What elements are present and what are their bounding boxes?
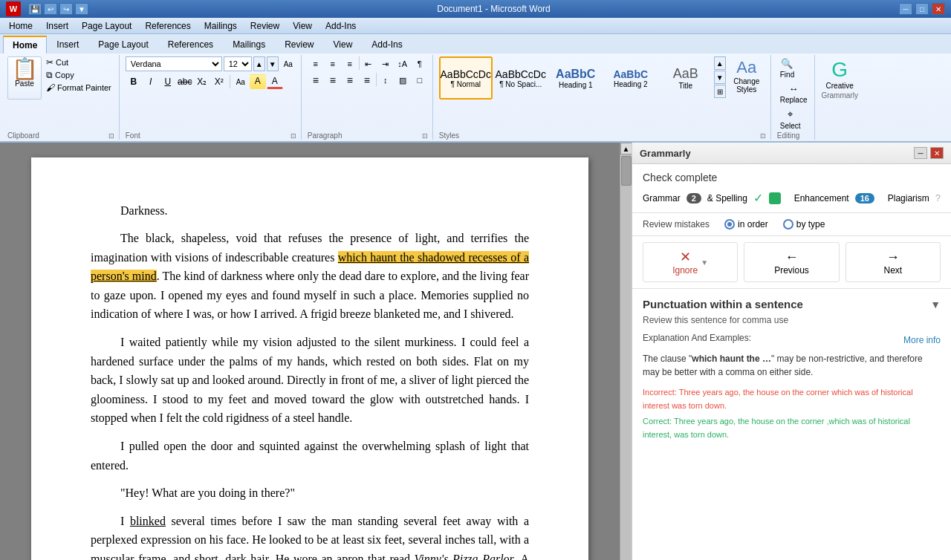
save-quickaccess[interactable]: 💾 xyxy=(28,3,42,15)
scroll-up-arrow[interactable]: ▲ xyxy=(620,143,632,154)
undo-quickaccess[interactable]: ↩ xyxy=(44,3,57,15)
by-type-option[interactable]: by type xyxy=(783,219,825,229)
bold-button[interactable]: B xyxy=(126,74,142,89)
styles-group-label: Styles xyxy=(439,131,760,140)
tab-view[interactable]: View xyxy=(324,36,363,53)
more-info-link[interactable]: More info xyxy=(903,335,941,345)
align-left-button[interactable]: ≡ xyxy=(308,73,324,88)
font-family-select[interactable]: Verdana xyxy=(126,56,222,71)
replace-button[interactable]: ↔ Replace xyxy=(777,82,811,105)
styles-group: AaBbCcDc ¶ Normal AaBbCcDc ¶ No Spaci...… xyxy=(435,55,771,140)
font-divider xyxy=(230,75,230,88)
tab-addins[interactable]: Add-Ins xyxy=(362,36,412,53)
numbering-button[interactable]: ≡ xyxy=(325,56,341,71)
issue-expand-icon[interactable]: ▼ xyxy=(930,299,941,310)
menu-mailings[interactable]: Mailings xyxy=(198,19,243,33)
line-spacing-button[interactable]: ↕ xyxy=(377,73,394,88)
in-order-option[interactable]: in order xyxy=(724,219,768,229)
increase-indent-button[interactable]: ⇥ xyxy=(377,56,394,71)
cut-button[interactable]: ✂ Cut xyxy=(43,56,114,68)
tab-mailings[interactable]: Mailings xyxy=(223,36,275,53)
grammarly-creative-button[interactable]: G Creative xyxy=(823,56,857,91)
bullets-button[interactable]: ≡ xyxy=(308,56,324,71)
prev-arrow-icon: ← xyxy=(785,250,798,265)
decrease-indent-button[interactable]: ⇤ xyxy=(360,56,377,71)
paste-button[interactable]: 📋 Paste xyxy=(7,56,42,100)
format-painter-label: Format Painter xyxy=(57,83,111,92)
font-expand[interactable]: ⊡ xyxy=(291,132,296,140)
menu-addins[interactable]: Add-Ins xyxy=(319,19,362,33)
change-styles-button[interactable]: Aa ChangeStyles xyxy=(727,56,766,95)
styles-expand[interactable]: ⊡ xyxy=(760,132,766,140)
style-no-spacing[interactable]: AaBbCcDc ¶ No Spaci... xyxy=(494,56,548,100)
border-button[interactable]: □ xyxy=(412,73,428,88)
doc-scrollbar[interactable]: ▲ ▼ xyxy=(620,143,632,560)
customize-quickaccess[interactable]: ▼ xyxy=(75,3,88,15)
grammarly-group-label: Grammarly xyxy=(821,91,857,100)
previous-button[interactable]: ← Previous xyxy=(744,242,839,282)
document-page[interactable]: Darkness. The black, shapeless, void tha… xyxy=(31,157,588,560)
align-center-button[interactable]: ≡ xyxy=(325,73,341,88)
tab-references[interactable]: References xyxy=(158,36,223,53)
grammarly-minimize-btn[interactable]: ─ xyxy=(914,147,927,159)
maximize-btn[interactable]: □ xyxy=(915,3,929,15)
in-order-radio[interactable] xyxy=(724,219,735,229)
sort-button[interactable]: ↕A xyxy=(395,56,411,71)
grammarly-close-btn[interactable]: ✕ xyxy=(930,147,944,159)
document-area[interactable]: Darkness. The black, shapeless, void tha… xyxy=(0,143,620,560)
clipboard-expand[interactable]: ⊡ xyxy=(108,132,114,140)
paragraph-expand[interactable]: ⊡ xyxy=(422,132,428,140)
ignore-button[interactable]: ✕ Ignore ▼ xyxy=(643,242,738,282)
style-title[interactable]: AaB Title xyxy=(659,56,713,100)
increase-font-btn[interactable]: ▲ xyxy=(253,56,265,71)
format-painter-button[interactable]: 🖌 Format Painter xyxy=(43,82,114,94)
tab-review[interactable]: Review xyxy=(275,36,323,53)
tab-insert[interactable]: Insert xyxy=(47,36,88,53)
enhancement-badge: 16 xyxy=(855,193,874,204)
shading-button[interactable]: ▨ xyxy=(395,73,411,88)
strikethrough-button[interactable]: abc xyxy=(177,74,193,89)
grammarly-panel: Grammarly ─ ✕ Check complete Grammar 2 &… xyxy=(632,143,951,560)
justify-button[interactable]: ≡ xyxy=(359,73,375,88)
style-heading2[interactable]: AaBbC Heading 2 xyxy=(604,56,658,100)
clear-format-btn[interactable]: Aa xyxy=(280,56,296,71)
menu-insert[interactable]: Insert xyxy=(40,19,74,33)
doc-para-5: I blinked several times before I saw the… xyxy=(91,512,529,560)
tab-page-layout[interactable]: Page Layout xyxy=(88,36,158,53)
show-formatting-button[interactable]: ¶ xyxy=(412,56,428,71)
menu-view[interactable]: View xyxy=(287,19,318,33)
menu-page-layout[interactable]: Page Layout xyxy=(76,19,137,33)
plagiarism-info-icon[interactable]: ? xyxy=(935,192,941,204)
multilevel-button[interactable]: ≡ xyxy=(342,56,358,71)
subscript-button[interactable]: X₂ xyxy=(194,74,210,89)
decrease-font-btn[interactable]: ▼ xyxy=(267,56,279,71)
style-h1-label: Heading 1 xyxy=(559,81,593,89)
highlight-button[interactable]: A xyxy=(250,74,266,89)
styles-scroll-down[interactable]: ▼ xyxy=(714,71,726,84)
align-right-button[interactable]: ≡ xyxy=(342,73,358,88)
tab-home[interactable]: Home xyxy=(3,36,47,53)
by-type-radio[interactable] xyxy=(783,219,793,229)
menu-review[interactable]: Review xyxy=(244,19,285,33)
minimize-btn[interactable]: ─ xyxy=(899,3,912,15)
case-button[interactable]: Aa xyxy=(233,74,249,89)
font-color-button[interactable]: A xyxy=(267,74,283,89)
menu-home[interactable]: Home xyxy=(3,19,39,33)
italic-button[interactable]: I xyxy=(143,74,159,89)
scroll-thumb[interactable] xyxy=(621,156,632,186)
select-button[interactable]: ⌖ Select xyxy=(777,107,804,131)
underline-button[interactable]: U xyxy=(160,74,176,89)
superscript-button[interactable]: X² xyxy=(211,74,227,89)
next-button[interactable]: → Next xyxy=(845,242,941,282)
styles-dropdown[interactable]: ⊞ xyxy=(714,85,726,98)
find-button[interactable]: 🔍 Find xyxy=(777,56,797,80)
font-size-select[interactable]: 12 xyxy=(224,56,252,71)
style-heading1[interactable]: AaBbC Heading 1 xyxy=(549,56,603,100)
style-normal[interactable]: AaBbCcDc ¶ Normal xyxy=(439,56,493,100)
copy-button[interactable]: ⧉ Copy xyxy=(43,69,114,81)
ignore-dropdown-icon[interactable]: ▼ xyxy=(701,258,708,267)
menu-references[interactable]: References xyxy=(139,19,196,33)
styles-scroll-up[interactable]: ▲ xyxy=(714,56,726,70)
redo-quickaccess[interactable]: ↪ xyxy=(59,3,73,15)
close-btn[interactable]: ✕ xyxy=(932,3,945,15)
